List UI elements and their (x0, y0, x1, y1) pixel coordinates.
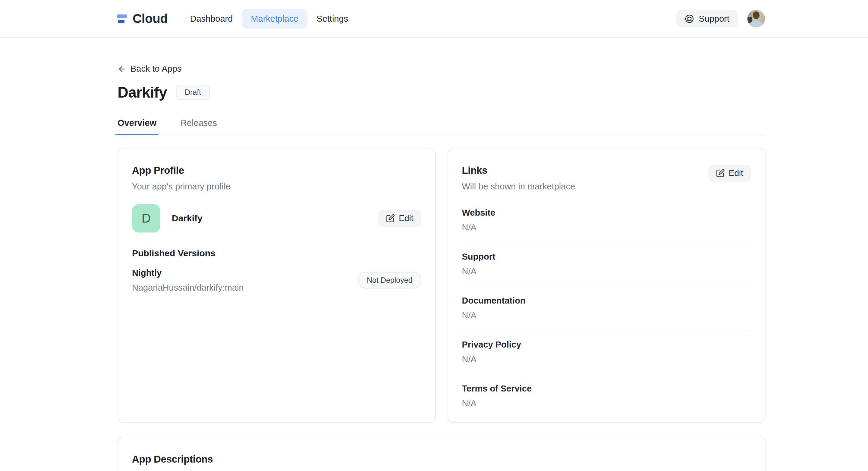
app-profile-row: D Darkify Edit (132, 204, 421, 233)
app-profile-subtitle: Your app's primary profile (132, 181, 421, 192)
edit-pencil-icon (716, 169, 725, 177)
brand-name: Cloud (133, 11, 167, 26)
link-row-terms-of-service: Terms of Service N/A (462, 374, 751, 408)
arrow-left-icon (118, 64, 127, 73)
version-row: Nightly NagariaHussain/darkify:main Not … (132, 268, 421, 293)
brand-logo-icon (117, 14, 128, 23)
tab-bar: Overview Releases (118, 118, 766, 135)
page-title: Darkify (118, 84, 167, 101)
nav-item-marketplace[interactable]: Marketplace (242, 9, 307, 29)
version-channel: Nightly (132, 268, 244, 278)
links-card: Links Will be shown in marketplace Edit … (447, 148, 766, 423)
nav-item-settings[interactable]: Settings (307, 9, 357, 29)
app-avatar: D (132, 204, 160, 233)
edit-links-button[interactable]: Edit (708, 165, 751, 181)
app-descriptions-title: App Descriptions (132, 453, 751, 465)
edit-pencil-icon (386, 214, 395, 223)
tab-releases[interactable]: Releases (179, 118, 219, 135)
status-badge: Draft (176, 85, 210, 100)
user-avatar[interactable] (747, 10, 765, 27)
edit-app-profile-button[interactable]: Edit (378, 210, 421, 227)
version-source: NagariaHussain/darkify:main (132, 283, 244, 293)
tab-overview[interactable]: Overview (116, 118, 158, 135)
link-row-support: Support N/A (462, 242, 751, 287)
app-profile-title: App Profile (132, 165, 421, 176)
links-list: Website N/A Support N/A Documentation N/… (462, 208, 751, 408)
support-button[interactable]: Support (676, 10, 738, 27)
links-title: Links (462, 165, 575, 176)
back-to-apps-link[interactable]: Back to Apps (118, 64, 181, 74)
page-content: Back to Apps Darkify Draft Overview Rele… (118, 38, 766, 471)
top-nav: Cloud Dashboard Marketplace Settings Sup… (0, 0, 868, 38)
link-row-documentation: Documentation N/A (462, 287, 751, 330)
lifebuoy-icon (684, 14, 694, 24)
brand-logo[interactable]: Cloud (117, 11, 167, 26)
app-descriptions-card: App Descriptions Details about your app (118, 437, 766, 471)
links-subtitle: Will be shown in marketplace (462, 181, 575, 192)
published-versions-heading: Published Versions (132, 248, 421, 258)
support-label: Support (699, 14, 730, 24)
link-row-website: Website N/A (462, 208, 751, 242)
page-title-row: Darkify Draft (118, 84, 766, 101)
nav-item-dashboard[interactable]: Dashboard (181, 9, 242, 29)
link-row-privacy-policy: Privacy Policy N/A (462, 330, 751, 374)
app-name: Darkify (172, 213, 203, 224)
app-profile-card: App Profile Your app's primary profile D… (118, 148, 436, 423)
deploy-status-badge: Not Deployed (358, 272, 421, 289)
main-nav: Dashboard Marketplace Settings (181, 9, 357, 29)
